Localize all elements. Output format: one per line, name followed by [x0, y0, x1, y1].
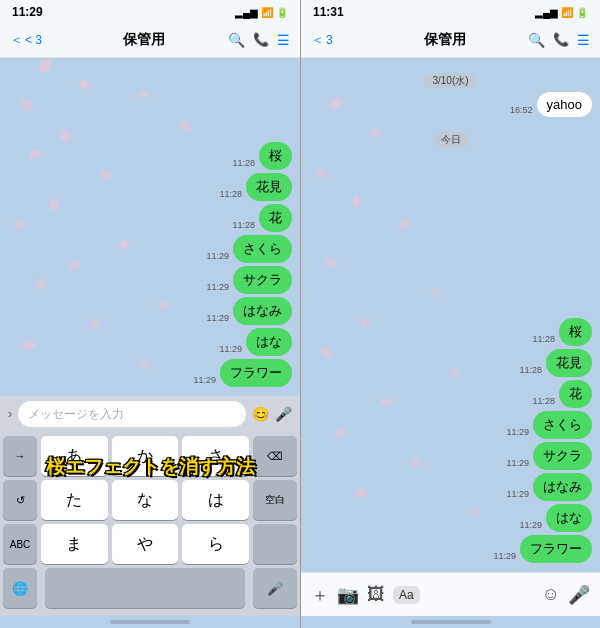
right-phone: 11:31 ▂▄▆ 📶 🔋 ＜ 3 保管用 🔍 📞 ☰ 3/10(水) 16:5…: [300, 0, 600, 628]
kb-delete-key[interactable]: ⌫: [253, 436, 297, 476]
kb-ya-key[interactable]: や: [112, 524, 179, 564]
kb-ra-key[interactable]: ら: [182, 524, 249, 564]
msg-time-5: 11:29: [206, 282, 229, 292]
today-badge: 今日: [309, 129, 592, 147]
msg-row-6: 11:29 はなみ: [8, 297, 292, 325]
right-msg-row-3: 11:28 花: [309, 380, 592, 408]
right-msg-bubble-1: 桜: [559, 318, 592, 346]
yahoo-msg-bubble: yahoo: [537, 92, 592, 117]
left-phone: 11:29 ▂▄▆ 📶 🔋 ＜ < 3 保管用 🔍 📞 ☰ 11:28 桜 11…: [0, 0, 300, 628]
kb-ta-key[interactable]: た: [41, 480, 108, 520]
date-badge: 3/10(水): [309, 70, 592, 88]
right-camera-icon[interactable]: 📷: [337, 584, 359, 606]
left-back-button[interactable]: ＜ < 3: [10, 31, 60, 49]
msg-time-8: 11:29: [193, 375, 216, 385]
search-icon[interactable]: 🔍: [228, 32, 245, 48]
left-input-area: › メッセージを入力 😊 🎤: [0, 396, 300, 432]
right-status-icons: ▂▄▆ 📶 🔋: [535, 7, 588, 18]
right-plus-icon[interactable]: ＋: [311, 583, 329, 607]
right-msg-row-1: 11:28 桜: [309, 318, 592, 346]
msg-row-8: 11:29 フラワー: [8, 359, 292, 387]
yahoo-msg-time: 16:52: [510, 105, 533, 115]
right-msg-row-5: 11:29 サクラ: [309, 442, 592, 470]
kb-arrow-key[interactable]: →: [3, 436, 37, 476]
right-msg-bubble-4: さくら: [533, 411, 592, 439]
kb-abc-key[interactable]: ABC: [3, 524, 37, 564]
msg-time-4: 11:29: [206, 251, 229, 261]
right-emoji-icon[interactable]: ☺: [542, 584, 560, 605]
kb-spacebar[interactable]: [45, 568, 245, 608]
right-status-time: 11:31: [313, 5, 344, 19]
right-msg-bubble-8: フラワー: [520, 535, 592, 563]
kb-sa-key[interactable]: さ: [182, 436, 249, 476]
kb-undo-key[interactable]: ↺: [3, 480, 37, 520]
msg-time-2: 11:28: [219, 189, 242, 199]
phone-icon[interactable]: 📞: [253, 32, 269, 47]
left-chat-area: 11:28 桜 11:28 花見 11:28 花 11:29 さくら 11:29…: [0, 58, 300, 396]
menu-icon[interactable]: ☰: [277, 32, 290, 48]
msg-time-6: 11:29: [206, 313, 229, 323]
msg-bubble-3: 花: [259, 204, 292, 232]
right-signal-icon: ▂▄▆: [535, 7, 558, 18]
right-msg-time-7: 11:29: [519, 520, 542, 530]
left-back-count: < 3: [25, 33, 42, 47]
right-msg-time-8: 11:29: [493, 551, 516, 561]
kb-ka-key[interactable]: か: [112, 436, 179, 476]
right-back-button[interactable]: ＜ 3: [311, 31, 361, 49]
msg-bubble-4: さくら: [233, 235, 292, 263]
kb-ha-key[interactable]: は: [182, 480, 249, 520]
right-msg-time-6: 11:29: [506, 489, 529, 499]
kb-ma-key[interactable]: ま: [41, 524, 108, 564]
msg-row-5: 11:29 サクラ: [8, 266, 292, 294]
right-nav-title: 保管用: [361, 31, 528, 49]
msg-row-7: 11:29 はな: [8, 328, 292, 356]
msg-time-3: 11:28: [232, 220, 255, 230]
msg-time-7: 11:29: [219, 344, 242, 354]
right-msg-row-8: 11:29 フラワー: [309, 535, 592, 563]
msg-bubble-1: 桜: [259, 142, 292, 170]
kb-a-key[interactable]: あ: [41, 436, 108, 476]
wifi-icon: 📶: [261, 7, 273, 18]
right-msg-row-7: 11:29 はな: [309, 504, 592, 532]
left-home-indicator: [110, 620, 190, 624]
right-bottom-toolbar: ＋ 📷 🖼 Aa ☺ 🎤: [301, 572, 600, 616]
input-expand-icon[interactable]: ›: [8, 407, 12, 421]
yahoo-msg-row: 16:52 yahoo: [309, 92, 592, 117]
right-menu-icon[interactable]: ☰: [577, 32, 590, 48]
right-mic-icon[interactable]: 🎤: [568, 584, 590, 606]
input-emoji-icon[interactable]: 😊: [252, 406, 269, 422]
kb-globe-key[interactable]: 🌐: [3, 568, 37, 608]
left-message-input[interactable]: メッセージを入力: [18, 401, 246, 427]
kb-space-key[interactable]: 空白: [253, 480, 297, 520]
left-nav-icons: 🔍 📞 ☰: [228, 32, 290, 48]
right-search-icon[interactable]: 🔍: [528, 32, 545, 48]
right-phone-icon[interactable]: 📞: [553, 32, 569, 47]
kb-mic-bottom-key[interactable]: 🎤: [253, 568, 297, 608]
right-msg-time-1: 11:28: [532, 334, 555, 344]
left-keyboard: → あ か さ ⌫ ↺ た な は 空白 ABC ま や ら 🌐 🎤: [0, 432, 300, 616]
left-status-bar: 11:29 ▂▄▆ 📶 🔋: [0, 0, 300, 22]
msg-row-2: 11:28 花見: [8, 173, 292, 201]
aa-label: Aa: [393, 586, 420, 604]
right-chat-area: 3/10(水) 16:52 yahoo 今日 11:28 桜 11:28 花見 …: [301, 58, 600, 572]
msg-row-3: 11:28 花: [8, 204, 292, 232]
msg-bubble-5: サクラ: [233, 266, 292, 294]
right-msg-time-3: 11:28: [532, 396, 555, 406]
right-back-count: 3: [326, 33, 333, 47]
msg-bubble-2: 花見: [246, 173, 292, 201]
right-msg-bubble-6: はなみ: [533, 473, 592, 501]
kb-na-key[interactable]: な: [112, 480, 179, 520]
signal-icon: ▂▄▆: [235, 7, 258, 18]
right-aa-input[interactable]: Aa: [393, 586, 534, 604]
right-msg-time-5: 11:29: [506, 458, 529, 468]
left-back-chevron: ＜: [10, 31, 23, 49]
battery-icon: 🔋: [276, 7, 288, 18]
kb-enter-key[interactable]: [253, 524, 297, 564]
right-wifi-icon: 📶: [561, 7, 573, 18]
date-badge-text: 3/10(水): [424, 73, 476, 88]
left-status-icons: ▂▄▆ 📶 🔋: [235, 7, 288, 18]
right-image-icon[interactable]: 🖼: [367, 584, 385, 605]
msg-row-4: 11:29 さくら: [8, 235, 292, 263]
input-mic-icon[interactable]: 🎤: [275, 406, 292, 422]
kb-row-2: ABC ま や ら: [3, 524, 297, 564]
